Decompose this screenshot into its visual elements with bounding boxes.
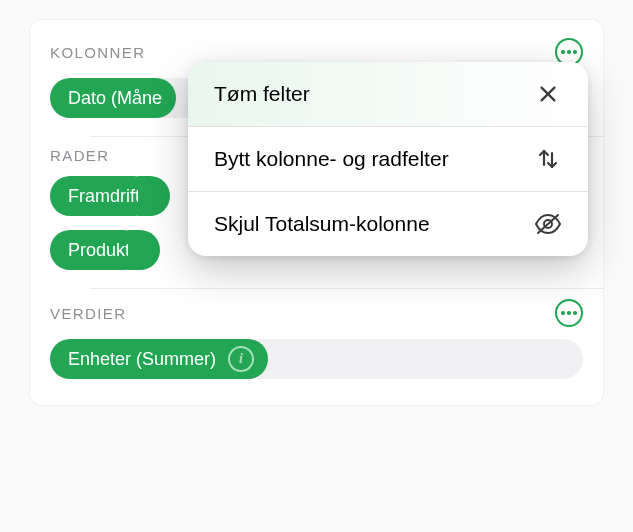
info-icon[interactable]: i <box>228 346 254 372</box>
menu-hide-total[interactable]: Skjul Totalsum-kolonne <box>188 192 588 256</box>
menu-clear-fields[interactable]: Tøm felter <box>188 62 588 126</box>
chip-label: Dato (Måne <box>68 88 162 109</box>
rows-title: RADER <box>50 147 110 164</box>
values-section: VERDIER Enheter (Summer) i <box>30 289 603 397</box>
chip-container: Enheter (Summer) i <box>50 339 583 379</box>
columns-title: KOLONNER <box>50 44 145 61</box>
close-icon <box>534 80 562 108</box>
menu-label: Tøm felter <box>214 82 310 106</box>
values-header: VERDIER <box>50 299 583 327</box>
chip-label: Produkt <box>68 240 130 261</box>
context-menu: Tøm felter Bytt kolonne- og radfelter Sk… <box>188 62 588 256</box>
chip-label: Enheter (Summer) <box>68 349 216 370</box>
chip-framdrift[interactable]: Framdrift <box>50 176 154 216</box>
swap-icon <box>534 145 562 173</box>
values-more-icon[interactable] <box>555 299 583 327</box>
menu-label: Skjul Totalsum-kolonne <box>214 212 430 236</box>
hide-icon <box>534 210 562 238</box>
chip-produkt[interactable]: Produkt <box>50 230 144 270</box>
values-title: VERDIER <box>50 305 126 322</box>
chip-dato[interactable]: Dato (Måne <box>50 78 176 118</box>
chip-label: Framdrift <box>68 186 140 207</box>
menu-label: Bytt kolonne- og radfelter <box>214 147 449 171</box>
chip-enheter[interactable]: Enheter (Summer) i <box>50 339 268 379</box>
menu-swap-fields[interactable]: Bytt kolonne- og radfelter <box>188 127 588 191</box>
